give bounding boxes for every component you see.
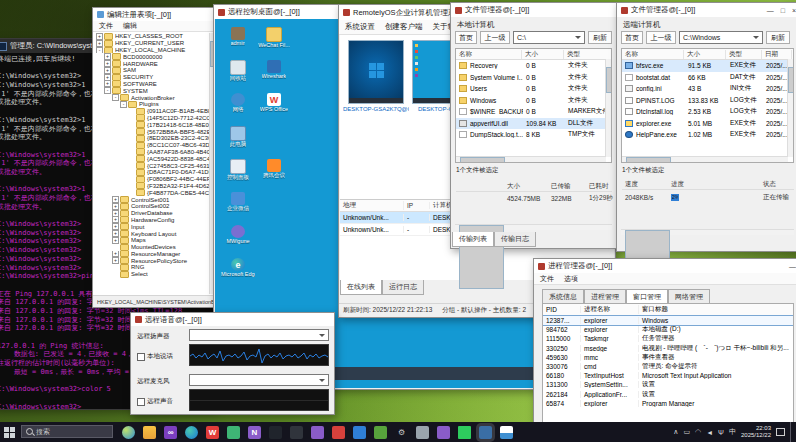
- menu-item[interactable]: 文件: [99, 21, 113, 31]
- file-row[interactable]: appverifUI.dll 109.84 KB DLL文件: [456, 118, 611, 130]
- host-thumbnail-1[interactable]: [348, 40, 404, 104]
- tab[interactable]: 进程管理: [584, 289, 626, 304]
- registry-tree-item[interactable]: - HKEY_LOCAL_MACHINE: [94, 47, 210, 54]
- tree-expander-icon[interactable]: +: [112, 203, 119, 210]
- registry-tree-item[interactable]: {5672BB8A-BBF5-482E-B7B8-74...: [94, 128, 210, 135]
- registry-tree-item[interactable]: + ControlSet001: [94, 196, 210, 203]
- process-row[interactable]: 330076 cmd 管理员: 命令提示符: [543, 362, 793, 371]
- col-name[interactable]: 名称: [622, 50, 684, 59]
- desktop-icon[interactable]: 腾讯会议: [257, 159, 291, 192]
- taskbar-app-icon[interactable]: [458, 426, 471, 439]
- col-name[interactable]: 名称: [456, 50, 522, 59]
- col-ip[interactable]: IP: [404, 202, 430, 209]
- taskbar-app-icon[interactable]: [311, 426, 324, 439]
- registry-tree-item[interactable]: {F4B877DA-CBE5-44C2-8D4F-03...: [94, 189, 210, 196]
- registry-tree-item[interactable]: + Maps: [94, 237, 210, 244]
- taskbar-app-icon[interactable]: [500, 426, 513, 439]
- registry-tree-item[interactable]: {8CC1CC07-4BC6-43DB-8265-4B...: [94, 142, 210, 149]
- col-type[interactable]: 类型: [564, 50, 612, 59]
- tree-expander-icon[interactable]: +: [104, 81, 111, 88]
- registry-tree-item[interactable]: + ResourceManager: [94, 251, 210, 258]
- registry-tree-item[interactable]: - SYSTEM: [94, 87, 210, 94]
- taskbar-app-icon[interactable]: ⚙: [395, 426, 408, 439]
- fm-local-transfer-row[interactable]: 4524.75MB 322MB 1分29秒: [456, 193, 612, 204]
- col-window-title[interactable]: 窗口标题: [639, 305, 793, 314]
- registry-tree-item[interactable]: {AC59422D-8838-48C4-A584-AF...: [94, 155, 210, 162]
- path-combobox[interactable]: C:\Windows: [679, 31, 763, 44]
- registry-tree-item[interactable]: + ControlSet002: [94, 203, 210, 210]
- tree-expander-icon[interactable]: -: [112, 94, 119, 101]
- desktop-icon[interactable]: 回收站: [221, 60, 255, 93]
- registry-tree-item[interactable]: + SECURITY: [94, 74, 210, 81]
- process-row[interactable]: 459630 mmc 事件查看器: [543, 353, 793, 362]
- tab[interactable]: 传输日志: [494, 232, 536, 247]
- registry-tree-item[interactable]: + HKEY_CURRENT_USER: [94, 40, 210, 47]
- tree-expander-icon[interactable]: +: [112, 196, 119, 203]
- home-button[interactable]: 首页: [455, 31, 477, 44]
- remote-sound-checkbox[interactable]: 远程声音: [137, 397, 173, 406]
- up-button[interactable]: 上一级: [646, 31, 676, 44]
- tray-wifi-icon[interactable]: ◠: [695, 428, 701, 436]
- taskbar-app-icon[interactable]: [416, 426, 429, 439]
- path-combobox[interactable]: C:\: [513, 31, 585, 44]
- file-row[interactable]: bfsvc.exe 91.5 KB EXE文件 2025/...: [622, 60, 793, 72]
- fm-local-transfer-hscroll[interactable]: [455, 224, 612, 230]
- fm-local-hscroll[interactable]: [456, 156, 606, 162]
- file-row[interactable]: explorer.exe 5.01 MB EXE文件 2025/...: [622, 118, 793, 130]
- process-row[interactable]: 131300 SystemSettin... 设置: [543, 380, 793, 389]
- process-row[interactable]: 65874 explorer Program Manager: [543, 399, 793, 408]
- file-row[interactable]: System Volume I... 0 B 文件夹: [456, 72, 611, 84]
- col-date[interactable]: 日期: [762, 50, 792, 59]
- desktop-icon[interactable]: [257, 126, 291, 159]
- registry-tree-item[interactable]: - ActivationBroker: [94, 94, 210, 101]
- col-type[interactable]: 类型: [726, 50, 762, 59]
- process-row[interactable]: 66180 TextInputHost Microsoft Text Input…: [543, 371, 793, 380]
- tab[interactable]: 网络管理: [668, 289, 710, 304]
- taskbar-app-icon[interactable]: [227, 426, 240, 439]
- registry-tree-item[interactable]: {0911AC0F-B1AB-4EB8-A0C7-F4...: [94, 108, 210, 115]
- col-xfer-sent[interactable]: 已传输: [548, 182, 586, 191]
- tree-expander-icon[interactable]: +: [104, 53, 111, 60]
- home-button[interactable]: 首页: [621, 31, 643, 44]
- taskbar-clock[interactable]: 22:03 2025/12/22: [741, 425, 771, 439]
- minimize-button[interactable]: —: [767, 7, 774, 14]
- taskbar-app-icon[interactable]: ∞: [164, 426, 177, 439]
- fm-remote-transfer-row[interactable]: 2048KB/s 7.12% ... 正在传输: [622, 191, 794, 203]
- up-button[interactable]: 上一级: [480, 31, 510, 44]
- fm-remote-hscroll[interactable]: [622, 156, 788, 162]
- tray-chevron-up-icon[interactable]: ∧: [673, 428, 678, 436]
- registry-tree-item[interactable]: {F32B2A32-F1F4-4D62-4F1E-85...: [94, 183, 210, 190]
- tree-expander-icon[interactable]: +: [104, 60, 111, 67]
- taskbar-app-icon[interactable]: [290, 426, 303, 439]
- registry-tree-item[interactable]: + SAM: [94, 67, 210, 74]
- desktop-icon[interactable]: MWigune: [221, 225, 255, 258]
- file-row[interactable]: HelpPane.exe 1.02 MB EXE文件 2025/...: [622, 129, 793, 141]
- registry-tree-item[interactable]: {AA87AF38-6A80-4B40-BA56-A2...: [94, 149, 210, 156]
- menu-item[interactable]: 选项: [564, 274, 578, 284]
- refresh-button[interactable]: 刷新: [588, 31, 612, 44]
- speaker-device-combobox[interactable]: [189, 329, 329, 341]
- file-row[interactable]: DumpStack.log.t... 8 KB TMP文件: [456, 129, 611, 141]
- menu-item[interactable]: 文件: [540, 274, 554, 284]
- registry-tree-item[interactable]: {17B21418-6C18-48E0-A448-8B...: [94, 121, 210, 128]
- tree-expander-icon[interactable]: -: [120, 101, 127, 108]
- file-row[interactable]: config.ini 43 B INI文件 2025/...: [622, 83, 793, 95]
- registry-tree-item[interactable]: MountedDevices: [94, 244, 210, 251]
- col-size[interactable]: 大小: [684, 50, 726, 59]
- registry-tree-item[interactable]: {14F5C12D-7712-42CC-B7CC-64...: [94, 115, 210, 122]
- refresh-button[interactable]: 刷新: [766, 31, 790, 44]
- registry-tree-item[interactable]: Select: [94, 271, 210, 278]
- registry-tree-item[interactable]: {F0806BF2-44BC-44EF-8208-82B...: [94, 176, 210, 183]
- file-row[interactable]: Users 0 B 文件夹: [456, 83, 611, 95]
- desktop-icon[interactable]: e Microsoft Edge: [221, 258, 255, 291]
- process-row[interactable]: 330250 msedge 电视剧 - 哔哩哔哩 ( ゜- ゜)つロ 干杯~-b…: [543, 344, 793, 353]
- col-xfer-progress[interactable]: 进度: [668, 180, 760, 189]
- tree-expander-icon[interactable]: +: [112, 210, 119, 217]
- tab[interactable]: 系统信息: [542, 289, 584, 304]
- taskbar-search[interactable]: 搜索: [21, 425, 113, 438]
- col-xfer-speed[interactable]: 速度: [622, 180, 668, 189]
- col-process-name[interactable]: 进程名称: [581, 305, 639, 314]
- local-talk-checkbox[interactable]: 本地说话: [137, 352, 173, 361]
- taskbar-app-icon[interactable]: [185, 426, 198, 439]
- taskbar-app-icon[interactable]: [374, 426, 387, 439]
